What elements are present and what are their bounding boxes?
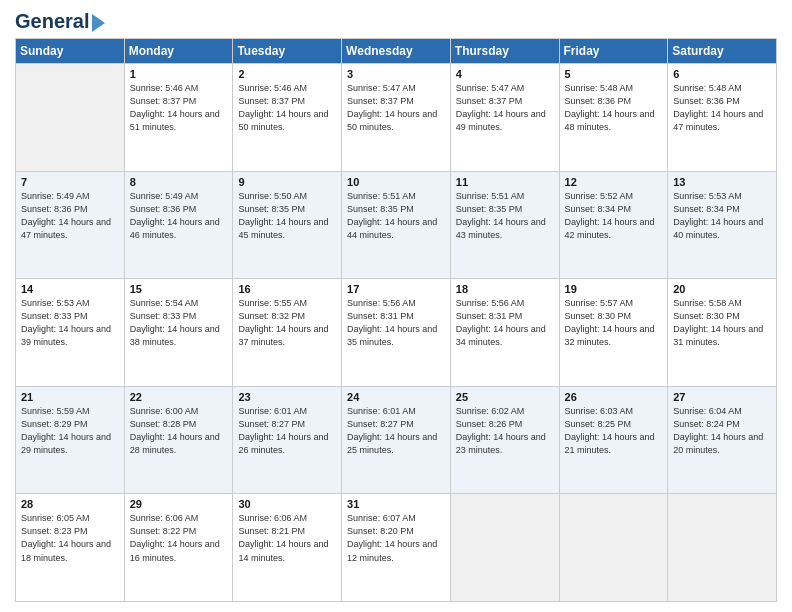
day-info: Sunrise: 5:52 AMSunset: 8:34 PMDaylight:… bbox=[565, 190, 663, 242]
day-info: Sunrise: 5:55 AMSunset: 8:32 PMDaylight:… bbox=[238, 297, 336, 349]
day-info: Sunrise: 6:01 AMSunset: 8:27 PMDaylight:… bbox=[347, 405, 445, 457]
day-number: 9 bbox=[238, 176, 336, 188]
calendar-cell: 2Sunrise: 5:46 AMSunset: 8:37 PMDaylight… bbox=[233, 64, 342, 172]
day-info: Sunrise: 5:53 AMSunset: 8:33 PMDaylight:… bbox=[21, 297, 119, 349]
day-number: 28 bbox=[21, 498, 119, 510]
day-info: Sunrise: 6:06 AMSunset: 8:21 PMDaylight:… bbox=[238, 512, 336, 564]
day-number: 13 bbox=[673, 176, 771, 188]
day-number: 18 bbox=[456, 283, 554, 295]
day-number: 14 bbox=[21, 283, 119, 295]
day-info: Sunrise: 5:54 AMSunset: 8:33 PMDaylight:… bbox=[130, 297, 228, 349]
calendar-cell: 3Sunrise: 5:47 AMSunset: 8:37 PMDaylight… bbox=[342, 64, 451, 172]
day-info: Sunrise: 5:57 AMSunset: 8:30 PMDaylight:… bbox=[565, 297, 663, 349]
calendar-cell: 6Sunrise: 5:48 AMSunset: 8:36 PMDaylight… bbox=[668, 64, 777, 172]
calendar-cell: 24Sunrise: 6:01 AMSunset: 8:27 PMDayligh… bbox=[342, 386, 451, 494]
day-number: 26 bbox=[565, 391, 663, 403]
calendar-cell bbox=[16, 64, 125, 172]
day-number: 16 bbox=[238, 283, 336, 295]
calendar-week-3: 14Sunrise: 5:53 AMSunset: 8:33 PMDayligh… bbox=[16, 279, 777, 387]
day-number: 29 bbox=[130, 498, 228, 510]
calendar-cell: 26Sunrise: 6:03 AMSunset: 8:25 PMDayligh… bbox=[559, 386, 668, 494]
calendar-cell: 23Sunrise: 6:01 AMSunset: 8:27 PMDayligh… bbox=[233, 386, 342, 494]
day-number: 7 bbox=[21, 176, 119, 188]
day-info: Sunrise: 5:56 AMSunset: 8:31 PMDaylight:… bbox=[347, 297, 445, 349]
calendar-cell: 30Sunrise: 6:06 AMSunset: 8:21 PMDayligh… bbox=[233, 494, 342, 602]
calendar-cell: 11Sunrise: 5:51 AMSunset: 8:35 PMDayligh… bbox=[450, 171, 559, 279]
logo-arrow-icon bbox=[92, 14, 105, 32]
calendar-body: 1Sunrise: 5:46 AMSunset: 8:37 PMDaylight… bbox=[16, 64, 777, 602]
day-number: 5 bbox=[565, 68, 663, 80]
day-info: Sunrise: 5:46 AMSunset: 8:37 PMDaylight:… bbox=[130, 82, 228, 134]
calendar-cell: 14Sunrise: 5:53 AMSunset: 8:33 PMDayligh… bbox=[16, 279, 125, 387]
day-info: Sunrise: 5:51 AMSunset: 8:35 PMDaylight:… bbox=[456, 190, 554, 242]
day-info: Sunrise: 6:01 AMSunset: 8:27 PMDaylight:… bbox=[238, 405, 336, 457]
calendar-cell: 8Sunrise: 5:49 AMSunset: 8:36 PMDaylight… bbox=[124, 171, 233, 279]
calendar-cell: 12Sunrise: 5:52 AMSunset: 8:34 PMDayligh… bbox=[559, 171, 668, 279]
day-info: Sunrise: 5:56 AMSunset: 8:31 PMDaylight:… bbox=[456, 297, 554, 349]
calendar-cell: 7Sunrise: 5:49 AMSunset: 8:36 PMDaylight… bbox=[16, 171, 125, 279]
day-info: Sunrise: 6:04 AMSunset: 8:24 PMDaylight:… bbox=[673, 405, 771, 457]
calendar-table: SundayMondayTuesdayWednesdayThursdayFrid… bbox=[15, 38, 777, 602]
day-number: 10 bbox=[347, 176, 445, 188]
day-info: Sunrise: 5:47 AMSunset: 8:37 PMDaylight:… bbox=[456, 82, 554, 134]
calendar-cell: 17Sunrise: 5:56 AMSunset: 8:31 PMDayligh… bbox=[342, 279, 451, 387]
weekday-header-monday: Monday bbox=[124, 39, 233, 64]
day-number: 22 bbox=[130, 391, 228, 403]
day-number: 20 bbox=[673, 283, 771, 295]
day-info: Sunrise: 6:03 AMSunset: 8:25 PMDaylight:… bbox=[565, 405, 663, 457]
day-number: 31 bbox=[347, 498, 445, 510]
calendar-cell: 10Sunrise: 5:51 AMSunset: 8:35 PMDayligh… bbox=[342, 171, 451, 279]
page: General SundayMondayTuesdayWednesdayThur… bbox=[0, 0, 792, 612]
weekday-header-thursday: Thursday bbox=[450, 39, 559, 64]
calendar-cell: 18Sunrise: 5:56 AMSunset: 8:31 PMDayligh… bbox=[450, 279, 559, 387]
day-number: 17 bbox=[347, 283, 445, 295]
calendar-cell: 22Sunrise: 6:00 AMSunset: 8:28 PMDayligh… bbox=[124, 386, 233, 494]
day-info: Sunrise: 6:07 AMSunset: 8:20 PMDaylight:… bbox=[347, 512, 445, 564]
day-number: 23 bbox=[238, 391, 336, 403]
calendar-cell: 13Sunrise: 5:53 AMSunset: 8:34 PMDayligh… bbox=[668, 171, 777, 279]
calendar-cell: 16Sunrise: 5:55 AMSunset: 8:32 PMDayligh… bbox=[233, 279, 342, 387]
calendar-cell: 21Sunrise: 5:59 AMSunset: 8:29 PMDayligh… bbox=[16, 386, 125, 494]
day-info: Sunrise: 5:49 AMSunset: 8:36 PMDaylight:… bbox=[21, 190, 119, 242]
calendar-week-5: 28Sunrise: 6:05 AMSunset: 8:23 PMDayligh… bbox=[16, 494, 777, 602]
calendar-cell: 4Sunrise: 5:47 AMSunset: 8:37 PMDaylight… bbox=[450, 64, 559, 172]
day-number: 4 bbox=[456, 68, 554, 80]
day-info: Sunrise: 6:06 AMSunset: 8:22 PMDaylight:… bbox=[130, 512, 228, 564]
day-info: Sunrise: 5:47 AMSunset: 8:37 PMDaylight:… bbox=[347, 82, 445, 134]
weekday-header-friday: Friday bbox=[559, 39, 668, 64]
calendar-cell: 31Sunrise: 6:07 AMSunset: 8:20 PMDayligh… bbox=[342, 494, 451, 602]
calendar-week-2: 7Sunrise: 5:49 AMSunset: 8:36 PMDaylight… bbox=[16, 171, 777, 279]
calendar-week-1: 1Sunrise: 5:46 AMSunset: 8:37 PMDaylight… bbox=[16, 64, 777, 172]
day-number: 27 bbox=[673, 391, 771, 403]
day-info: Sunrise: 5:59 AMSunset: 8:29 PMDaylight:… bbox=[21, 405, 119, 457]
calendar-cell: 25Sunrise: 6:02 AMSunset: 8:26 PMDayligh… bbox=[450, 386, 559, 494]
day-number: 3 bbox=[347, 68, 445, 80]
day-number: 6 bbox=[673, 68, 771, 80]
weekday-header-wednesday: Wednesday bbox=[342, 39, 451, 64]
day-number: 8 bbox=[130, 176, 228, 188]
calendar-week-4: 21Sunrise: 5:59 AMSunset: 8:29 PMDayligh… bbox=[16, 386, 777, 494]
day-info: Sunrise: 5:46 AMSunset: 8:37 PMDaylight:… bbox=[238, 82, 336, 134]
day-info: Sunrise: 5:48 AMSunset: 8:36 PMDaylight:… bbox=[565, 82, 663, 134]
day-info: Sunrise: 5:51 AMSunset: 8:35 PMDaylight:… bbox=[347, 190, 445, 242]
weekday-header-sunday: Sunday bbox=[16, 39, 125, 64]
day-number: 15 bbox=[130, 283, 228, 295]
day-number: 30 bbox=[238, 498, 336, 510]
calendar-cell: 15Sunrise: 5:54 AMSunset: 8:33 PMDayligh… bbox=[124, 279, 233, 387]
calendar-header-row: SundayMondayTuesdayWednesdayThursdayFrid… bbox=[16, 39, 777, 64]
day-number: 21 bbox=[21, 391, 119, 403]
calendar-cell: 5Sunrise: 5:48 AMSunset: 8:36 PMDaylight… bbox=[559, 64, 668, 172]
day-number: 12 bbox=[565, 176, 663, 188]
day-info: Sunrise: 5:48 AMSunset: 8:36 PMDaylight:… bbox=[673, 82, 771, 134]
day-info: Sunrise: 6:05 AMSunset: 8:23 PMDaylight:… bbox=[21, 512, 119, 564]
calendar-cell: 27Sunrise: 6:04 AMSunset: 8:24 PMDayligh… bbox=[668, 386, 777, 494]
day-number: 19 bbox=[565, 283, 663, 295]
day-info: Sunrise: 5:50 AMSunset: 8:35 PMDaylight:… bbox=[238, 190, 336, 242]
day-number: 24 bbox=[347, 391, 445, 403]
logo-general: General bbox=[15, 10, 89, 33]
calendar-cell: 20Sunrise: 5:58 AMSunset: 8:30 PMDayligh… bbox=[668, 279, 777, 387]
day-number: 25 bbox=[456, 391, 554, 403]
day-info: Sunrise: 5:49 AMSunset: 8:36 PMDaylight:… bbox=[130, 190, 228, 242]
calendar-cell: 19Sunrise: 5:57 AMSunset: 8:30 PMDayligh… bbox=[559, 279, 668, 387]
logo: General bbox=[15, 10, 105, 30]
